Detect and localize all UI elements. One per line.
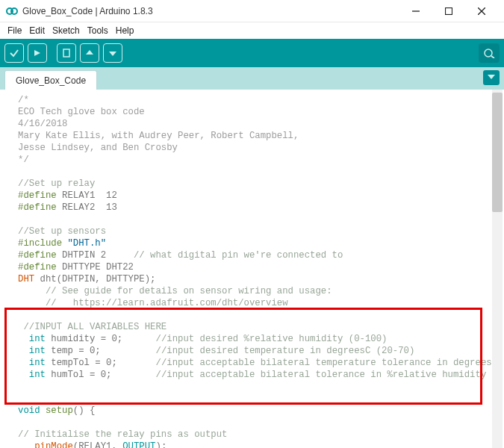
verify-button[interactable]: [4, 43, 24, 63]
new-sketch-button[interactable]: [57, 43, 76, 63]
upload-button[interactable]: [28, 43, 47, 63]
sketch-tab-label: Glove_Box_Code: [16, 75, 86, 86]
menu-sketch[interactable]: Sketch: [52, 25, 80, 36]
svg-rect-7: [63, 49, 69, 57]
svg-marker-6: [34, 50, 40, 56]
window-titlebar: Glove_Box_Code | Arduino 1.8.3: [0, 0, 504, 22]
tab-menu-button[interactable]: [483, 70, 500, 85]
window-maximize-button[interactable]: [432, 1, 465, 22]
svg-point-10: [485, 49, 492, 57]
window-minimize-button[interactable]: [399, 1, 432, 22]
svg-marker-12: [488, 75, 495, 79]
menu-edit[interactable]: Edit: [29, 25, 45, 36]
serial-monitor-button[interactable]: [479, 43, 500, 63]
menu-help[interactable]: Help: [116, 25, 134, 36]
sketch-tab[interactable]: Glove_Box_Code: [4, 70, 97, 90]
menu-file[interactable]: File: [7, 25, 22, 36]
svg-marker-8: [86, 50, 93, 55]
svg-rect-3: [446, 7, 452, 14]
svg-line-11: [491, 56, 494, 58]
arduino-app-icon: [6, 5, 18, 17]
scroll-thumb[interactable]: [492, 93, 503, 212]
code-content: /* ECO Tech glove box code 4/16/2018 Mar…: [0, 90, 504, 448]
code-editor[interactable]: /* ECO Tech glove box code 4/16/2018 Mar…: [0, 90, 504, 448]
window-title: Glove_Box_Code | Arduino 1.8.3: [22, 6, 399, 16]
vertical-scrollbar[interactable]: [492, 90, 503, 448]
toolbar: [0, 39, 504, 67]
open-sketch-button[interactable]: [80, 43, 99, 63]
menu-bar: File Edit Sketch Tools Help: [0, 22, 504, 39]
svg-marker-9: [109, 52, 116, 56]
save-sketch-button[interactable]: [103, 43, 122, 63]
menu-tools[interactable]: Tools: [87, 25, 108, 36]
window-close-button[interactable]: [465, 1, 498, 22]
tab-bar: Glove_Box_Code: [0, 67, 504, 90]
